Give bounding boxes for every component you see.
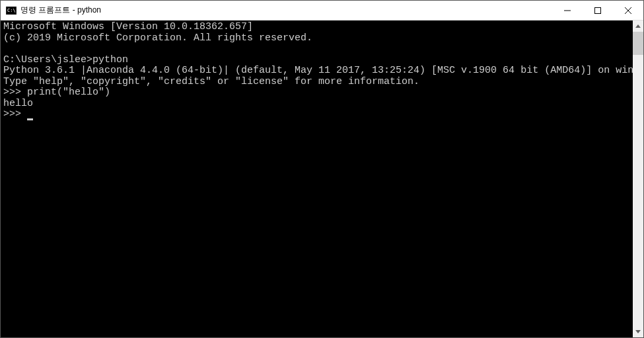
- cmd-icon: C:\: [6, 5, 17, 16]
- window-title: 명령 프롬프트 - python: [20, 5, 552, 16]
- window-controls: [552, 1, 643, 20]
- console-line: C:\Users\jslee>python: [3, 54, 128, 65]
- console-area: Microsoft Windows [Version 10.0.18362.65…: [1, 21, 643, 337]
- cursor: [27, 118, 33, 120]
- console-line: Python 3.6.1 |Anaconda 4.4.0 (64-bit)| (…: [3, 65, 633, 76]
- command-prompt-window: C:\ 명령 프롬프트 - python Microsoft Windows […: [0, 0, 644, 338]
- vertical-scrollbar[interactable]: [633, 21, 643, 337]
- scroll-track[interactable]: [633, 32, 643, 326]
- titlebar[interactable]: C:\ 명령 프롬프트 - python: [1, 1, 643, 21]
- scroll-down-arrow[interactable]: [633, 326, 643, 337]
- scroll-up-arrow[interactable]: [633, 21, 643, 32]
- console-line: Type "help", "copyright", "credits" or "…: [3, 76, 419, 87]
- console-line: (c) 2019 Microsoft Corporation. All righ…: [3, 32, 312, 44]
- svg-text:C:\: C:\: [7, 8, 16, 13]
- minimize-button[interactable]: [552, 1, 583, 20]
- console-line: hello: [3, 98, 33, 109]
- scroll-thumb[interactable]: [633, 32, 643, 55]
- maximize-button[interactable]: [583, 1, 613, 20]
- console-prompt: >>>: [3, 108, 27, 120]
- close-button[interactable]: [613, 1, 643, 20]
- console-line: Microsoft Windows [Version 10.0.18362.65…: [3, 21, 253, 32]
- svg-rect-3: [595, 7, 601, 13]
- console-output[interactable]: Microsoft Windows [Version 10.0.18362.65…: [1, 21, 633, 337]
- console-line: >>> print("hello"): [3, 87, 110, 98]
